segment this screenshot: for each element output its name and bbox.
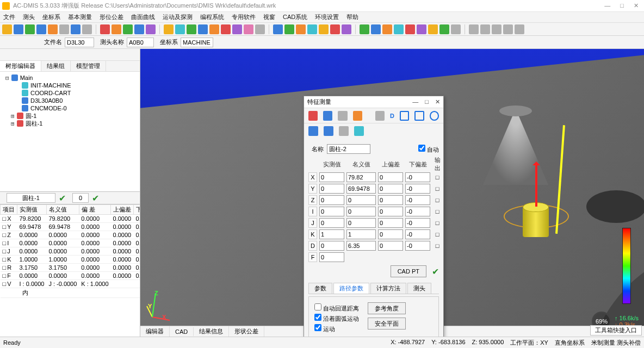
cadpt-accept-icon[interactable]: ✔ — [432, 266, 439, 277]
axis-X-ut-input[interactable] — [378, 172, 403, 182]
tool-axis-icon[interactable] — [164, 24, 174, 34]
axis-K-lt-input[interactable] — [405, 229, 430, 239]
axis-K-ut-input[interactable] — [378, 229, 403, 239]
tree-item[interactable]: CNCMODE-0 — [2, 104, 138, 112]
axis-D-m-input[interactable] — [319, 241, 344, 251]
menu-prog[interactable]: 编程系统 — [200, 13, 224, 21]
tree-item[interactable]: ⊞圆-1 — [2, 112, 138, 120]
tool-shape-arc-icon[interactable] — [503, 24, 513, 34]
tool-sphere-icon[interactable] — [244, 24, 253, 34]
tool-print-icon[interactable] — [48, 24, 58, 34]
opt-along-arc[interactable]: 沿着圆弧运动 — [314, 314, 359, 323]
tab-results[interactable]: 结果组 — [41, 61, 71, 71]
menu-env[interactable]: 环境设置 — [315, 13, 339, 21]
table-row[interactable]: X79.820079.82000.00000.00000.0000 — [1, 215, 140, 223]
menu-view[interactable]: 视窗 — [263, 13, 275, 21]
close-button[interactable]: ✕ — [634, 2, 639, 9]
dlg-cyl-letter-icon[interactable]: D — [390, 113, 394, 119]
menu-file[interactable]: 文件 — [3, 13, 15, 21]
tool-edit-icon[interactable] — [100, 24, 110, 34]
menu-probe[interactable]: 测头 — [23, 13, 35, 21]
dlg-erase-icon[interactable] — [308, 111, 318, 121]
dlg-eraser2-icon[interactable] — [308, 126, 318, 136]
cad-viewport[interactable]: X Y Z 69% ↑ 16.6k/s ↓ 0.3k/s 编辑器 CAD 结果信… — [140, 49, 644, 337]
tool-crd1-icon[interactable] — [273, 24, 283, 34]
treeview[interactable]: ⊟Main INIT-MACHINE COORD-CART D3L30A0B0 … — [0, 72, 140, 191]
tool-shape-line-icon[interactable] — [469, 24, 479, 34]
axis-output-checkbox[interactable]: □ — [432, 197, 442, 203]
tool-line-icon[interactable] — [187, 24, 196, 34]
dtab-param[interactable]: 参数 — [308, 283, 332, 294]
table-row[interactable]: F0.00000.00000.00000.00000.0000 — [1, 272, 140, 280]
tree-item[interactable]: D3L30A0B0 — [2, 97, 138, 104]
menu-motion[interactable]: 运动及探测 — [163, 13, 193, 21]
table-row[interactable]: J0.00000.00000.00000.00000.0000 — [1, 247, 140, 256]
cad-pt-button[interactable]: CAD PT — [391, 265, 426, 277]
dlg-eraser3-icon[interactable] — [324, 126, 333, 136]
dlg-edit-icon[interactable] — [323, 111, 332, 121]
axis-J-ut-input[interactable] — [378, 218, 403, 228]
vtab-tol[interactable]: 形状公差 — [229, 326, 264, 337]
accept-icon[interactable]: ✔ — [59, 193, 66, 203]
tree-item[interactable]: ⊞圆柱-1 — [2, 120, 138, 127]
table-row[interactable]: VI : 0.0000J : -0.0000K : 1.0000 — [1, 280, 140, 288]
tool-tol3-icon[interactable] — [382, 24, 392, 34]
tree-item[interactable]: INIT-MACHINE — [2, 82, 138, 89]
axis-D-ut-input[interactable] — [378, 241, 403, 251]
minimize-button[interactable]: — — [604, 2, 610, 9]
dlg-circle-icon[interactable] — [430, 111, 439, 121]
tool-folder-icon[interactable] — [71, 24, 81, 34]
tool-open-icon[interactable] — [14, 24, 23, 34]
tool-crd4-icon[interactable] — [307, 24, 317, 34]
menu-special[interactable]: 专用软件 — [232, 13, 256, 21]
axis-Y-ut-input[interactable] — [378, 184, 403, 194]
axis-K-m-input[interactable] — [319, 229, 344, 239]
feature-name-field[interactable] — [7, 193, 55, 203]
menu-help[interactable]: 帮助 — [346, 13, 358, 21]
menu-basic[interactable]: 基本测量 — [68, 13, 92, 21]
axis-J-n-input[interactable] — [346, 218, 376, 228]
tool-options-icon[interactable] — [59, 24, 69, 34]
axis-X-m-input[interactable] — [319, 172, 344, 182]
dialog-titlebar[interactable]: 特征测量 — □ ✕ — [304, 96, 443, 108]
tool-crd2-icon[interactable] — [284, 24, 294, 34]
axis-I-n-input[interactable] — [346, 207, 376, 216]
table-row[interactable]: R3.17503.17500.00000.00000.0000 — [1, 264, 140, 272]
axis-I-m-input[interactable] — [319, 207, 344, 216]
vtab-cad[interactable]: CAD — [170, 327, 194, 336]
tool-slot-icon[interactable] — [255, 24, 265, 34]
tool-tol9-icon[interactable] — [451, 24, 461, 34]
dlg-min-button[interactable]: — — [412, 98, 418, 105]
tab-model[interactable]: 模型管理 — [71, 61, 106, 71]
tool-tol7-icon[interactable] — [428, 24, 438, 34]
tool-cone-icon[interactable] — [232, 24, 242, 34]
axis-I-lt-input[interactable] — [405, 207, 430, 216]
table-row[interactable]: K1.00001.00000.00000.00000.0000 — [1, 256, 140, 264]
axis-F-m-input[interactable] — [319, 252, 344, 262]
axis-X-n-input[interactable] — [346, 172, 376, 182]
axis-output-checkbox[interactable]: □ — [432, 185, 442, 192]
axis-X-lt-input[interactable] — [405, 172, 430, 182]
dlg-paste-icon[interactable] — [339, 126, 349, 136]
tab-tree[interactable]: 树形编辑器 — [0, 61, 41, 71]
tool-crd3-icon[interactable] — [296, 24, 306, 34]
tool-tol8-icon[interactable] — [439, 24, 449, 34]
tool-point-icon[interactable] — [175, 24, 185, 34]
axis-Z-ut-input[interactable] — [378, 195, 403, 205]
dlg-rect-icon[interactable] — [400, 111, 409, 121]
tool-shape-circ-icon[interactable] — [492, 24, 501, 34]
menu-curve[interactable]: 曲面曲线 — [131, 13, 155, 21]
menu-gdt[interactable]: 形位公差 — [100, 13, 123, 21]
axis-Z-m-input[interactable] — [319, 195, 344, 205]
maximize-button[interactable]: □ — [620, 2, 624, 9]
dlg-close-button[interactable]: ✕ — [435, 98, 440, 105]
axis-Z-lt-input[interactable] — [405, 195, 430, 205]
tool-cyl-icon[interactable] — [221, 24, 231, 34]
axis-J-lt-input[interactable] — [405, 218, 430, 228]
tool-plane-icon[interactable] — [198, 24, 208, 34]
tool-tol1-icon[interactable] — [360, 24, 369, 34]
tool-crd7-icon[interactable] — [342, 24, 351, 34]
accept2-icon[interactable]: ✔ — [92, 193, 99, 203]
ref-angle-button[interactable]: 参考角度 — [368, 302, 406, 314]
tree-root[interactable]: ⊟Main — [2, 74, 138, 82]
